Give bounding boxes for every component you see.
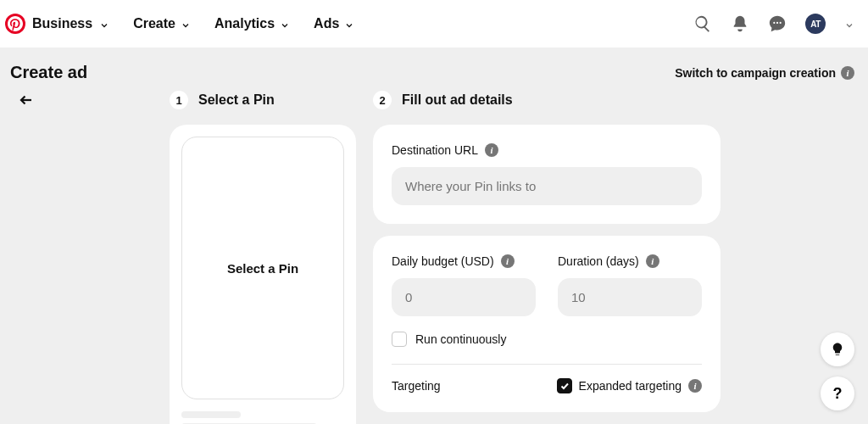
topbar-right: AT [693, 14, 854, 34]
nav-business[interactable]: Business [5, 14, 109, 34]
nav-analytics[interactable]: Analytics [214, 16, 290, 31]
nav-label: Create [133, 16, 175, 31]
destination-label: Destination URL i [392, 143, 702, 157]
nav-create[interactable]: Create [133, 16, 191, 31]
targeting-row: Targeting Expanded targeting i [392, 378, 702, 393]
page-header: Create ad Switch to campaign creation i [0, 47, 868, 87]
help-button[interactable]: ? [821, 377, 854, 410]
page-title: Create ad [10, 63, 87, 82]
expanded-targeting[interactable]: Expanded targeting i [557, 378, 702, 393]
chevron-down-icon [344, 19, 354, 29]
info-icon[interactable]: i [485, 143, 498, 157]
content: 1 Select a Pin Select a Pin 2 Fill out a… [0, 87, 868, 424]
chat-icon[interactable] [768, 14, 787, 33]
pin-skeleton [181, 411, 344, 424]
duration-label: Duration (days) i [558, 254, 702, 268]
select-pin-button[interactable]: Select a Pin [181, 137, 344, 399]
budget-card: Daily budget (USD) i Duration (days) i R… [373, 236, 721, 412]
duration-input[interactable] [558, 278, 702, 316]
expanded-targeting-label: Expanded targeting [579, 379, 682, 393]
step-number: 2 [373, 91, 392, 109]
topbar: Business Create Analytics Ads AT [0, 0, 868, 47]
destination-card: Destination URL i [373, 125, 721, 224]
nav-ads[interactable]: Ads [314, 16, 354, 31]
step-label: Fill out ad details [402, 92, 513, 108]
step-2-header: 2 Fill out ad details [373, 91, 721, 109]
step-label: Select a Pin [198, 92, 275, 108]
avatar[interactable]: AT [805, 14, 826, 34]
step-1-column: 1 Select a Pin Select a Pin [170, 91, 356, 424]
skeleton-line [181, 411, 241, 418]
nav-label: Ads [314, 16, 339, 31]
back-column [0, 91, 51, 424]
step-2-column: 2 Fill out ad details Destination URL i … [373, 91, 721, 424]
expanded-targeting-checkbox[interactable] [557, 378, 572, 393]
duration-field: Duration (days) i [558, 254, 702, 316]
run-continuously-row[interactable]: Run continuously [392, 332, 702, 347]
bell-icon[interactable] [731, 14, 749, 33]
floating-buttons: ? [821, 332, 854, 410]
targeting-label: Targeting [392, 379, 441, 393]
chevron-down-icon[interactable] [844, 19, 854, 29]
chevron-down-icon [99, 19, 109, 29]
nav-label: Analytics [214, 16, 275, 31]
tips-button[interactable] [821, 332, 854, 366]
info-icon[interactable]: i [501, 254, 515, 268]
back-button[interactable] [19, 92, 51, 112]
daily-budget-field: Daily budget (USD) i [392, 254, 536, 316]
chevron-down-icon [181, 19, 191, 29]
switch-to-campaign-link[interactable]: Switch to campaign creation i [675, 66, 854, 80]
pinterest-logo-icon [5, 14, 25, 34]
info-icon[interactable]: i [646, 254, 659, 268]
step-number: 1 [170, 91, 188, 109]
switch-label: Switch to campaign creation [675, 66, 836, 80]
daily-budget-input[interactable] [392, 278, 536, 316]
info-icon[interactable]: i [688, 379, 702, 393]
info-icon: i [841, 66, 854, 80]
pin-card: Select a Pin [170, 125, 356, 424]
select-pin-label: Select a Pin [227, 261, 298, 276]
topbar-left: Business Create Analytics Ads [14, 14, 354, 34]
daily-budget-label: Daily budget (USD) i [392, 254, 536, 268]
step-1-header: 1 Select a Pin [170, 91, 356, 109]
run-continuously-checkbox[interactable] [392, 332, 407, 347]
divider [392, 364, 702, 365]
search-icon[interactable] [693, 14, 712, 33]
destination-url-input[interactable] [392, 167, 702, 205]
chevron-down-icon [280, 19, 290, 29]
nav-label: Business [32, 16, 92, 31]
run-continuously-label: Run continuously [415, 332, 506, 346]
